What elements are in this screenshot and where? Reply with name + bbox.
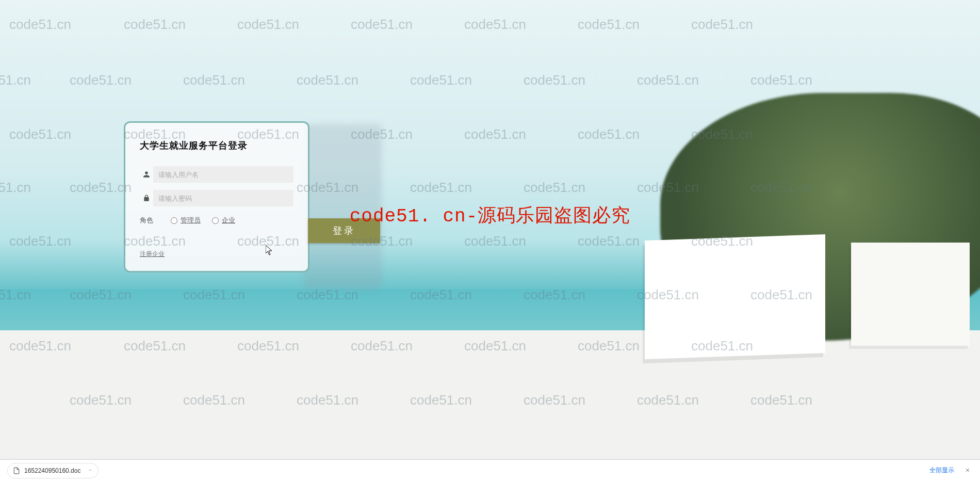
download-bar: 1652240950160.doc 全部显示 bbox=[0, 459, 980, 481]
role-label: 角色 bbox=[140, 216, 171, 225]
download-filename: 1652240950160.doc bbox=[24, 467, 80, 474]
role-radio-enterprise[interactable] bbox=[212, 217, 219, 224]
username-row bbox=[140, 166, 293, 183]
watermark-center-text: code51. cn-源码乐园盗图必究 bbox=[350, 203, 631, 228]
user-icon bbox=[140, 171, 153, 178]
role-option-enterprise[interactable]: 企业 bbox=[222, 216, 235, 225]
close-icon bbox=[965, 467, 971, 473]
username-input[interactable] bbox=[153, 166, 293, 183]
chevron-up-icon bbox=[88, 467, 93, 474]
show-all-downloads-link[interactable]: 全部显示 bbox=[929, 466, 954, 475]
file-icon bbox=[13, 467, 20, 475]
role-option-admin[interactable]: 管理员 bbox=[181, 216, 201, 225]
close-download-bar-button[interactable] bbox=[962, 464, 973, 477]
login-card: 大学生就业服务平台登录 角色 管理员 企业 登录 注册企业 bbox=[124, 121, 309, 272]
download-item[interactable]: 1652240950160.doc bbox=[7, 463, 99, 478]
password-input[interactable] bbox=[153, 190, 293, 206]
login-title: 大学生就业服务平台登录 bbox=[140, 139, 293, 152]
role-row: 角色 管理员 企业 bbox=[140, 216, 293, 225]
register-enterprise-link[interactable]: 注册企业 bbox=[140, 250, 165, 259]
role-radio-admin[interactable] bbox=[171, 217, 177, 224]
lock-icon bbox=[140, 195, 153, 202]
password-row bbox=[140, 190, 293, 206]
